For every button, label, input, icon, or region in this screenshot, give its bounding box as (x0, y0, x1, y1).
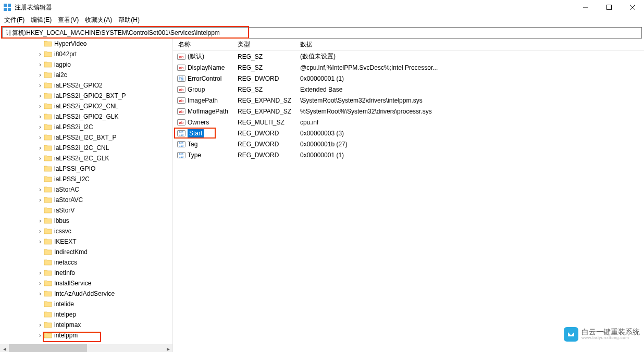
scroll-thumb[interactable] (9, 344, 87, 352)
value-row[interactable]: abGroupREG_SZExtended Base (173, 84, 644, 95)
value-row[interactable]: 011110TypeREG_DWORD0x00000001 (1) (173, 149, 644, 160)
tree-item-indirectkmd[interactable]: IndirectKmd (0, 247, 172, 257)
expand-icon[interactable]: › (36, 123, 44, 131)
address-input[interactable] (2, 27, 642, 39)
tree-item-ialpss2i_i2c_cnl[interactable]: ›iaLPSS2i_I2C_CNL (0, 143, 172, 153)
tree-item-iastorac[interactable]: ›iaStorAC (0, 184, 172, 195)
folder-icon (44, 248, 52, 256)
maximize-button[interactable] (597, 0, 621, 15)
expand-icon[interactable]: › (36, 196, 44, 204)
tree-item-intcazaudaddservice[interactable]: ›IntcAzAudAddService (0, 288, 172, 299)
tree-item-hypervideo[interactable]: HyperVideo (0, 39, 172, 49)
tree-item-ialpss2i_i2c_bxt_p[interactable]: ›iaLPSS2i_I2C_BXT_P (0, 132, 172, 143)
expand-icon[interactable]: › (36, 290, 44, 297)
value-row[interactable]: abImagePathREG_EXPAND_SZ\SystemRoot\Syst… (173, 95, 644, 106)
tree-item-intelide[interactable]: intelide (0, 299, 172, 309)
expand-icon[interactable]: › (36, 238, 44, 245)
horizontal-scrollbar[interactable]: ◂ ▸ (0, 344, 172, 352)
tree-item-ikeext[interactable]: ›IKEEXT (0, 236, 172, 247)
expand-icon[interactable]: › (36, 144, 44, 152)
scroll-left-arrow[interactable]: ◂ (0, 344, 9, 352)
expand-icon[interactable]: › (36, 82, 44, 89)
svg-rect-5 (606, 5, 611, 10)
value-name: MofImagePath (188, 108, 228, 115)
string-value-icon: ab (177, 96, 185, 105)
expand-icon[interactable]: › (36, 61, 44, 68)
expand-icon[interactable]: › (36, 113, 44, 120)
column-type[interactable]: 类型 (238, 40, 300, 49)
tree-item-icssvc[interactable]: ›icssvc (0, 226, 172, 236)
expand-icon[interactable]: › (36, 103, 44, 110)
value-row[interactable]: 011110TagREG_DWORD0x0000001b (27) (173, 139, 644, 149)
app-icon (3, 3, 11, 11)
folder-icon (44, 300, 52, 308)
tree-item-iastoravc[interactable]: ›iaStorAVC (0, 195, 172, 205)
tree-item-intelpmax[interactable]: ›intelpmax (0, 320, 172, 330)
tree-item-ialpss2i_gpio2_bxt_p[interactable]: ›iaLPSS2i_GPIO2_BXT_P (0, 91, 172, 101)
scroll-right-arrow[interactable]: ▸ (164, 344, 172, 352)
menu-favorites[interactable]: 收藏夹(A) (85, 16, 112, 24)
tree-item-ialpss2i_gpio2_glk[interactable]: ›iaLPSS2i_GPIO2_GLK (0, 111, 172, 122)
value-row[interactable]: abDisplayNameREG_SZ@cpu.inf,%IntelPPM.Sv… (173, 62, 644, 73)
minimize-button[interactable] (574, 0, 597, 15)
value-row[interactable]: 011110StartREG_DWORD0x00000003 (3) (173, 128, 644, 139)
menubar: 文件(F) 编辑(E) 查看(V) 收藏夹(A) 帮助(H) (0, 15, 644, 25)
expand-icon[interactable]: › (36, 228, 44, 235)
expand-icon[interactable]: › (36, 92, 44, 99)
tree-item-iai2c[interactable]: ›iai2c (0, 70, 172, 80)
expand-icon[interactable]: › (36, 280, 44, 287)
column-data[interactable]: 数据 (300, 40, 644, 49)
value-row[interactable]: abOwnersREG_MULTI_SZcpu.inf (173, 117, 644, 128)
tree-item-ialpss2i_gpio2[interactable]: ›iaLPSS2i_GPIO2 (0, 80, 172, 91)
tree-item-iastorv[interactable]: iaStorV (0, 205, 172, 216)
value-row[interactable]: ab(默认)REG_SZ(数值未设置) (173, 51, 644, 62)
value-data: %SystemRoot%\System32\drivers\processr.s… (300, 108, 432, 115)
value-row[interactable]: 011110ErrorControlREG_DWORD0x00000001 (1… (173, 73, 644, 84)
folder-icon (44, 40, 52, 47)
tree-item-ialpssi_gpio[interactable]: iaLPSSi_GPIO (0, 164, 172, 174)
tree-item-iagpio[interactable]: ›iagpio (0, 59, 172, 70)
value-type: REG_SZ (238, 86, 263, 93)
tree-item-i8042prt[interactable]: ›i8042prt (0, 49, 172, 59)
watermark: 白云一键重装系统 www.baiyunxitong.com (564, 327, 640, 342)
value-data: @cpu.inf,%IntelPPM.SvcDesc%;Intel Proces… (300, 64, 438, 71)
expand-icon[interactable]: › (36, 269, 44, 276)
tree-item-inetaccs[interactable]: inetaccs (0, 257, 172, 268)
value-row[interactable]: abMofImagePathREG_EXPAND_SZ%SystemRoot%\… (173, 106, 644, 117)
watermark-text-en: www.baiyunxitong.com (581, 336, 640, 341)
folder-icon (44, 290, 52, 297)
tree-pane[interactable]: HyperVideo›i8042prt›iagpio›iai2c›iaLPSS2… (0, 39, 173, 352)
values-pane: 名称 类型 数据 ab(默认)REG_SZ(数值未设置)abDisplayNam… (173, 39, 644, 352)
tree-item-installservice[interactable]: ›InstallService (0, 278, 172, 288)
expand-icon[interactable]: › (36, 217, 44, 224)
tree-item-ialpss2i_i2c[interactable]: ›iaLPSS2i_I2C (0, 122, 172, 132)
menu-view[interactable]: 查看(V) (58, 16, 79, 24)
folder-icon (44, 238, 52, 245)
tree-label: i8042prt (54, 51, 77, 58)
value-data: Extended Base (300, 86, 342, 93)
tree-label: iaStorAC (54, 186, 79, 193)
tree-item-ialpssi_i2c[interactable]: iaLPSSi_I2C (0, 174, 172, 184)
expand-icon[interactable]: › (36, 51, 44, 58)
expand-icon[interactable]: › (36, 155, 44, 162)
value-name: DisplayName (188, 64, 225, 71)
tree-item-inetinfo[interactable]: ›InetInfo (0, 268, 172, 278)
tree-item-ialpss2i_gpio2_cnl[interactable]: ›iaLPSS2i_GPIO2_CNL (0, 101, 172, 111)
column-name[interactable]: 名称 (173, 40, 238, 49)
svg-text:110: 110 (179, 144, 184, 147)
tree-item-ialpss2i_i2c_glk[interactable]: ›iaLPSS2i_I2C_GLK (0, 153, 172, 164)
close-button[interactable] (621, 0, 644, 15)
tree-item-intelpep[interactable]: intelpep (0, 309, 172, 320)
tree-item-intelppm[interactable]: ›intelppm (0, 330, 172, 341)
expand-icon[interactable]: › (36, 71, 44, 79)
menu-help[interactable]: 帮助(H) (118, 16, 140, 24)
expand-icon[interactable]: › (36, 332, 44, 339)
expand-icon[interactable]: › (36, 134, 44, 141)
menu-edit[interactable]: 编辑(E) (31, 16, 52, 24)
expand-icon[interactable]: › (36, 321, 44, 329)
value-name: ImagePath (188, 97, 218, 104)
tree-item-ibbus[interactable]: ›ibbus (0, 216, 172, 226)
expand-icon[interactable]: › (36, 186, 44, 193)
value-name: ErrorControl (188, 75, 221, 82)
menu-file[interactable]: 文件(F) (4, 16, 24, 24)
